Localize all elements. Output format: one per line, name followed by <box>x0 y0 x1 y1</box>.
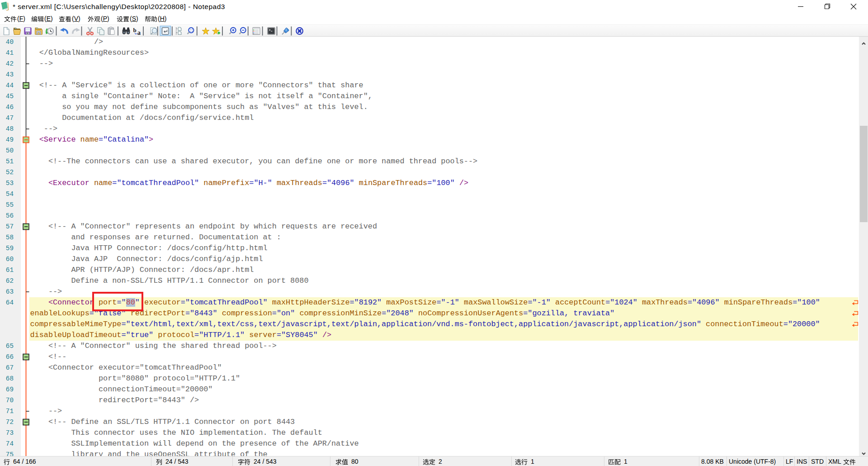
svg-text:a: a <box>137 29 141 36</box>
svg-text:b: b <box>133 27 137 33</box>
